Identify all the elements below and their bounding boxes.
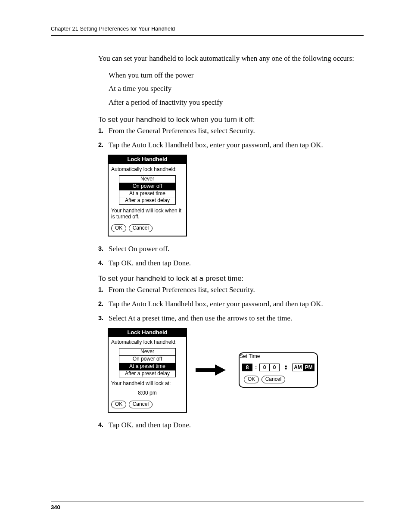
step-number: 4. bbox=[98, 420, 109, 430]
section-a-title: To set your handheld to lock when you tu… bbox=[98, 115, 357, 124]
hour-field[interactable]: 8 bbox=[242, 364, 252, 371]
step-number: 1. bbox=[98, 126, 109, 136]
step-text: Select At a preset time, and then use th… bbox=[109, 314, 292, 324]
step-number: 3. bbox=[98, 244, 109, 254]
option-preset-delay[interactable]: After a preset delay bbox=[119, 197, 175, 204]
step-number: 2. bbox=[98, 140, 109, 150]
step-text: From the General Preferences list, selec… bbox=[109, 285, 255, 295]
step-number: 4. bbox=[98, 258, 109, 268]
dialog-note: Your handheld will lock at: bbox=[111, 381, 184, 387]
svg-marker-1 bbox=[215, 364, 226, 376]
spinner-down-icon[interactable]: ▼ bbox=[284, 367, 288, 370]
dialog-prompt: Automatically lock handheld: bbox=[111, 339, 184, 345]
intro-paragraph: You can set your handheld to lock automa… bbox=[98, 54, 357, 64]
running-header: Chapter 21 Setting Preferences for Your … bbox=[51, 26, 364, 36]
time-spinner[interactable]: ▲ ▼ bbox=[284, 364, 288, 370]
auto-lock-option-list[interactable]: Never On power off At a preset time Afte… bbox=[119, 175, 176, 205]
minute-ones-field[interactable]: 0 bbox=[270, 364, 280, 371]
step-text: Tap OK, and then tap Done. bbox=[109, 258, 191, 268]
step-text: Tap OK, and then tap Done. bbox=[109, 420, 191, 430]
svg-rect-0 bbox=[196, 368, 215, 372]
step-number: 2. bbox=[98, 299, 109, 309]
ok-button[interactable]: OK bbox=[111, 401, 126, 408]
bullet-item: When you turn off the power bbox=[109, 70, 357, 81]
lock-handheld-dialog-1: Lock Handheld Automatically lock handhel… bbox=[108, 155, 187, 236]
set-time-dialog: Set Time 8 : 0 0 ▲ ▼ bbox=[239, 352, 318, 388]
ok-button[interactable]: OK bbox=[111, 224, 126, 232]
minute-tens-field[interactable]: 0 bbox=[259, 364, 270, 371]
step-number: 3. bbox=[98, 314, 109, 324]
page-number: 340 bbox=[51, 504, 60, 510]
dialog-title: Lock Handheld bbox=[109, 329, 186, 337]
option-on-power-off[interactable]: On power off bbox=[119, 183, 175, 190]
option-on-power-off[interactable]: On power off bbox=[119, 355, 175, 363]
am-toggle[interactable]: AM bbox=[292, 364, 304, 371]
bullet-item: At a time you specify bbox=[109, 83, 357, 94]
lock-handheld-dialog-2: Lock Handheld Automatically lock handhel… bbox=[108, 328, 187, 413]
step-text: Tap the Auto Lock Handheld box, enter yo… bbox=[109, 140, 323, 150]
intro-bullets: When you turn off the power At a time yo… bbox=[98, 70, 357, 108]
pm-toggle[interactable]: PM bbox=[304, 364, 314, 371]
lock-at-time: 8:00 pm bbox=[111, 390, 184, 396]
option-preset-time[interactable]: At a preset time bbox=[119, 190, 175, 197]
option-preset-delay[interactable]: After a preset delay bbox=[119, 370, 175, 377]
dialog-prompt: Automatically lock handheld: bbox=[111, 167, 184, 173]
cancel-button[interactable]: Cancel bbox=[129, 224, 153, 232]
step-text: From the General Preferences list, selec… bbox=[109, 126, 255, 136]
arrow-right-icon bbox=[191, 364, 230, 376]
option-never[interactable]: Never bbox=[119, 176, 175, 183]
step-number: 1. bbox=[98, 285, 109, 295]
bullet-item: After a period of inactivity you specify bbox=[109, 97, 357, 108]
dialog-title: Set Time bbox=[240, 353, 317, 359]
page-footer: 340 bbox=[51, 501, 364, 510]
step-text: Select On power off. bbox=[109, 244, 169, 254]
step-text: Tap the Auto Lock Handheld box, enter yo… bbox=[109, 299, 323, 309]
option-preset-time[interactable]: At a preset time bbox=[119, 363, 175, 370]
dialog-note: Your handheld will lock when it is turne… bbox=[111, 208, 184, 220]
dialog-title: Lock Handheld bbox=[109, 156, 186, 164]
cancel-button[interactable]: Cancel bbox=[129, 401, 153, 408]
ok-button[interactable]: OK bbox=[244, 376, 259, 383]
auto-lock-option-list[interactable]: Never On power off At a preset time Afte… bbox=[119, 348, 176, 377]
section-b-title: To set your handheld to lock at a preset… bbox=[98, 274, 357, 283]
time-colon: : bbox=[254, 364, 258, 370]
cancel-button[interactable]: Cancel bbox=[262, 376, 285, 383]
option-never[interactable]: Never bbox=[119, 348, 175, 355]
